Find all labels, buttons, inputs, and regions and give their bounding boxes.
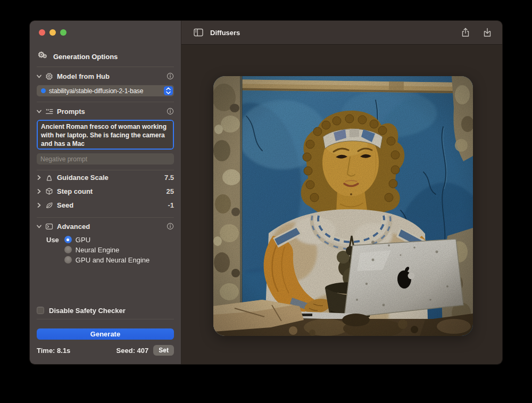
model-status-dot bbox=[41, 88, 46, 93]
set-seed-button[interactable]: Set bbox=[153, 345, 174, 356]
safety-checker-row[interactable]: Disable Safety Checker bbox=[37, 306, 174, 315]
chevron-down-icon bbox=[37, 74, 41, 79]
radio-gpu[interactable]: GPU bbox=[64, 236, 149, 243]
sidebar-header: ⚙⚙ Generation Options bbox=[38, 52, 174, 61]
fresco-illustration bbox=[213, 76, 473, 336]
advanced-section-label: Advanced bbox=[57, 223, 90, 231]
scale-mass-icon bbox=[45, 174, 53, 182]
status-bar: Time: 8.1s Seed: 407 Set bbox=[37, 345, 174, 356]
chevron-right-icon bbox=[37, 175, 41, 180]
compute-unit-group: Use GPU Neural Engine GPU and Neural Eng… bbox=[46, 236, 174, 264]
model-select[interactable]: stabilityai/stable-diffusion-2-1-base bbox=[37, 85, 174, 96]
prompt-input[interactable]: Ancient Roman fresco of woman working wi… bbox=[37, 120, 174, 150]
step-count-row[interactable]: Step count 25 bbox=[37, 184, 174, 198]
divider bbox=[37, 67, 174, 67]
safety-checkbox[interactable] bbox=[37, 307, 44, 314]
radio-selected-icon bbox=[64, 236, 72, 243]
canvas-area bbox=[181, 45, 502, 364]
seed-label: Seed bbox=[57, 201, 73, 209]
main-pane: Diffusers bbox=[181, 21, 502, 364]
guidance-scale-label: Guidance Scale bbox=[57, 174, 109, 182]
toggle-sidebar-icon[interactable] bbox=[193, 27, 204, 38]
guidance-scale-value: 7.5 bbox=[164, 174, 174, 182]
radio-unselected-icon bbox=[64, 246, 72, 253]
share-icon[interactable] bbox=[460, 27, 471, 38]
traffic-lights bbox=[39, 29, 174, 36]
info-icon[interactable] bbox=[167, 108, 174, 115]
divider bbox=[37, 102, 174, 102]
negative-prompt-input[interactable] bbox=[37, 153, 174, 165]
model-section-label: Model from Hub bbox=[57, 72, 110, 80]
minimize-button[interactable] bbox=[49, 29, 56, 36]
guidance-scale-row[interactable]: Guidance Scale 7.5 bbox=[37, 170, 174, 184]
advanced-section-header[interactable]: Advanced bbox=[37, 221, 174, 231]
gears-icon: ⚙⚙ bbox=[38, 52, 48, 61]
info-icon[interactable] bbox=[167, 223, 174, 230]
text-quote-icon bbox=[45, 108, 53, 116]
seed-row[interactable]: Seed -1 bbox=[37, 198, 174, 212]
chevron-down-icon bbox=[37, 109, 41, 114]
seed-value: -1 bbox=[168, 201, 174, 209]
safety-label: Disable Safety Checker bbox=[49, 307, 126, 315]
model-select-value: stabilityai/stable-diffusion-2-1-base bbox=[49, 87, 164, 95]
window-title: Diffusers bbox=[210, 29, 240, 37]
divider bbox=[37, 319, 174, 319]
zoom-button[interactable] bbox=[60, 29, 66, 36]
use-label: Use bbox=[46, 236, 59, 244]
divider bbox=[37, 217, 174, 218]
chevron-right-icon bbox=[37, 189, 41, 194]
cube-icon bbox=[45, 187, 53, 195]
chevron-right-icon bbox=[37, 203, 41, 208]
info-icon[interactable] bbox=[167, 72, 174, 80]
titlebar: Diffusers bbox=[181, 21, 502, 45]
generate-button[interactable]: Generate bbox=[37, 328, 174, 340]
radio-neural-engine[interactable]: Neural Engine bbox=[64, 246, 149, 253]
chevron-down-icon bbox=[37, 224, 41, 229]
model-section-header[interactable]: Model from Hub bbox=[37, 71, 174, 81]
leaf-icon bbox=[45, 201, 53, 209]
popup-stepper-icon bbox=[164, 86, 173, 95]
save-image-icon[interactable] bbox=[482, 27, 493, 38]
radio-gpu-and-neural-engine[interactable]: GPU and Neural Engine bbox=[64, 256, 149, 264]
step-count-label: Step count bbox=[57, 187, 93, 195]
generated-image[interactable] bbox=[213, 76, 473, 336]
sidebar-title: Generation Options bbox=[53, 53, 118, 61]
radio-unselected-icon bbox=[64, 256, 72, 264]
step-count-value: 25 bbox=[167, 187, 174, 195]
terminal-icon bbox=[45, 223, 53, 231]
prompts-section-label: Prompts bbox=[57, 108, 85, 116]
sidebar: ⚙⚙ Generation Options Model from Hub bbox=[30, 21, 181, 364]
result-seed: Seed: 407 bbox=[117, 347, 149, 355]
cpu-icon bbox=[45, 72, 53, 80]
prompts-section-header[interactable]: Prompts bbox=[37, 106, 174, 116]
app-window: ⚙⚙ Generation Options Model from Hub bbox=[29, 20, 503, 365]
generation-time: Time: 8.1s bbox=[37, 347, 70, 355]
close-button[interactable] bbox=[39, 29, 45, 36]
